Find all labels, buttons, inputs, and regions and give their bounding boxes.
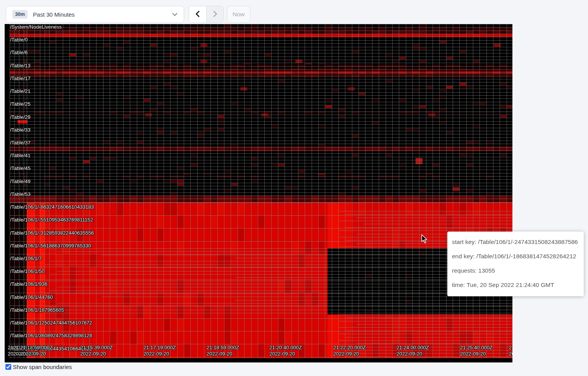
range-badge: 30m (12, 10, 28, 19)
keyvis-heatmap[interactable]: /System/NodeLiveness/Table/0/Table/6/Tab… (5, 24, 512, 362)
tooltip-requests: requests: 13055 (452, 263, 579, 278)
range-label: Past 30 Minutes (33, 11, 75, 18)
time-range-select[interactable]: 30m Past 30 Minutes (6, 6, 184, 23)
chevron-left-icon (195, 10, 201, 19)
tooltip-time: time: Tue, 20 Sep 2022 21:24:40 GMT (452, 278, 579, 292)
tooltip-start-key: start key: /Table/106/1/-247433150824388… (452, 235, 579, 249)
heatmap-canvas[interactable] (5, 24, 512, 362)
tooltip-end-key: end key: /Table/106/1/-18683814745282642… (452, 249, 579, 263)
show-span-boundaries-checkbox[interactable] (5, 364, 11, 370)
time-nav-group (189, 6, 224, 23)
show-span-boundaries-label: Show span boundaries (13, 364, 72, 370)
span-boundaries-row: Show span boundaries (5, 364, 72, 370)
now-button[interactable]: Now (227, 6, 250, 23)
chevron-down-icon (172, 13, 178, 16)
forward-button[interactable] (206, 6, 223, 22)
keyvis-page: 30m Past 30 Minutes Now /System/NodeLive… (0, 0, 588, 376)
chevron-right-icon (212, 10, 218, 19)
back-button[interactable] (189, 6, 206, 22)
hover-tooltip: start key: /Table/106/1/-247433150824388… (447, 232, 584, 296)
